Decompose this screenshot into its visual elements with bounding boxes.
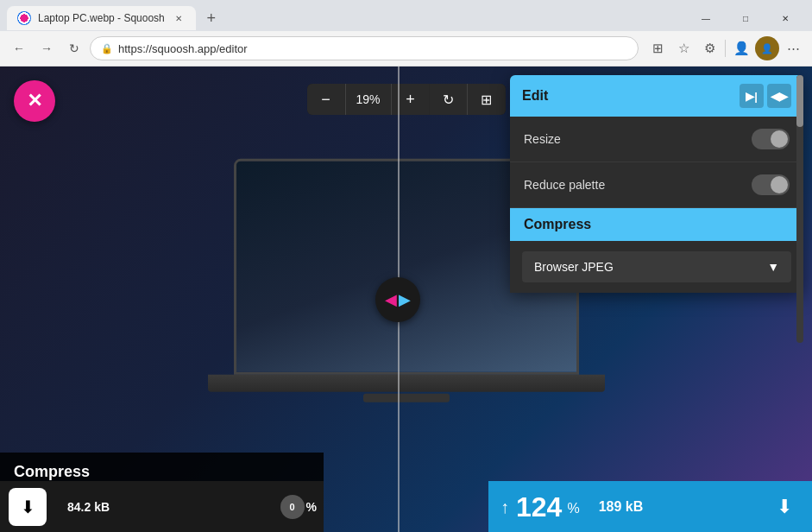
zoom-fit-button[interactable]: ⊞ bbox=[468, 84, 506, 115]
toolbar-icons: ⊞ ☆ ⚙ 👤 👤 ⋯ bbox=[645, 36, 805, 60]
close-window-button[interactable]: ✕ bbox=[765, 4, 805, 32]
resize-toggle[interactable] bbox=[752, 129, 790, 149]
download-left-button[interactable]: ⬇ bbox=[9, 488, 47, 526]
split-handle-inner: ◀ ▶ bbox=[385, 290, 411, 309]
download-right-icon: ⬇ bbox=[777, 496, 792, 518]
right-percent-value: 124 bbox=[516, 491, 562, 523]
code-view-button[interactable]: ▶| bbox=[740, 84, 764, 108]
codec-dropdown[interactable]: Browser JPEG ▼ bbox=[522, 251, 791, 282]
bottom-bar-right: ↑ 124 % 189 kB ⬇ bbox=[488, 481, 812, 532]
compare-view-button[interactable]: ◀▶ bbox=[767, 84, 791, 108]
address-input[interactable]: 🔒 https://squoosh.app/editor bbox=[90, 36, 639, 60]
minimize-button[interactable]: — bbox=[686, 4, 726, 32]
account-button[interactable]: 👤 bbox=[729, 36, 753, 60]
browser-chrome: Laptop PC.webp - Squoosh ✕ + — □ ✕ ← → ↻… bbox=[0, 0, 812, 66]
resize-label: Resize bbox=[524, 132, 561, 146]
window-controls: — □ ✕ bbox=[686, 4, 805, 32]
maximize-button[interactable]: □ bbox=[726, 4, 765, 32]
chevron-left-icon: ◀ bbox=[385, 290, 397, 309]
extensions-button[interactable]: ⚙ bbox=[697, 36, 721, 60]
edit-header: Edit ▶| ◀▶ bbox=[510, 75, 803, 117]
divider bbox=[725, 40, 726, 57]
edit-header-icons: ▶| ◀▶ bbox=[740, 84, 791, 108]
laptop-trackpad bbox=[363, 394, 450, 402]
url-text: https://squoosh.app/editor bbox=[118, 42, 248, 55]
address-bar: ← → ↻ 🔒 https://squoosh.app/editor ⊞ ☆ ⚙… bbox=[0, 31, 812, 66]
squoosh-favicon bbox=[17, 11, 31, 25]
left-percent-circle: 0 bbox=[280, 495, 305, 519]
right-panel-scrollbar[interactable] bbox=[796, 75, 803, 343]
close-button[interactable]: ✕ bbox=[14, 80, 55, 122]
tab-bar: Laptop PC.webp - Squoosh ✕ + — □ ✕ bbox=[0, 0, 812, 31]
new-tab-button[interactable]: + bbox=[199, 6, 223, 30]
profile-avatar: 👤 bbox=[755, 36, 779, 60]
compress-subheader: Compress bbox=[510, 208, 803, 241]
chevron-right-icon: ▶ bbox=[399, 290, 411, 309]
profile-button[interactable]: 👤 bbox=[755, 36, 779, 60]
right-panel: Edit ▶| ◀▶ Resize Reduce palette Compres… bbox=[510, 75, 803, 293]
tab-search-button[interactable]: ⊞ bbox=[645, 36, 670, 60]
left-file-size: 84.2 kB bbox=[55, 481, 274, 532]
app-area: ◀ ▶ ✕ − 19 % + ↻ ⊞ Compress Original Ima… bbox=[0, 66, 812, 532]
download-right-button[interactable]: ⬇ bbox=[757, 481, 812, 532]
split-handle[interactable]: ◀ ▶ bbox=[375, 277, 420, 322]
zoom-out-button[interactable]: − bbox=[306, 84, 344, 115]
zoom-value-display: 19 % bbox=[344, 84, 391, 115]
bottom-bar-left: ⬇ 84.2 kB 0 % bbox=[0, 481, 324, 532]
download-left-area: ⬇ bbox=[0, 481, 55, 532]
reduce-palette-toggle[interactable] bbox=[752, 174, 790, 195]
resize-toggle-thumb bbox=[771, 130, 788, 148]
tab-close-button[interactable]: ✕ bbox=[172, 11, 186, 25]
lock-icon: 🔒 bbox=[101, 43, 113, 54]
right-file-size: 189 kB bbox=[599, 499, 644, 515]
active-tab[interactable]: Laptop PC.webp - Squoosh ✕ bbox=[7, 6, 196, 30]
scrollbar-thumb[interactable] bbox=[796, 75, 803, 127]
back-button[interactable]: ← bbox=[7, 36, 31, 60]
left-percent-value: 0 bbox=[289, 502, 294, 512]
left-size-value: 84.2 kB bbox=[67, 500, 110, 514]
reduce-palette-toggle-thumb bbox=[771, 176, 788, 193]
right-stats-bar: ↑ 124 % 189 kB bbox=[488, 481, 757, 532]
compress-select-row: Browser JPEG ▼ bbox=[510, 241, 803, 293]
left-percent-sign: % bbox=[306, 500, 317, 514]
right-percent-sign: % bbox=[567, 501, 579, 516]
zoom-number: 19 bbox=[356, 92, 369, 106]
reduce-palette-label: Reduce palette bbox=[524, 178, 605, 192]
download-left-icon: ⬇ bbox=[21, 497, 35, 517]
edit-title: Edit bbox=[522, 88, 548, 104]
resize-row: Resize bbox=[510, 117, 803, 162]
refresh-button[interactable]: ↻ bbox=[62, 36, 86, 60]
tab-title: Laptop PC.webp - Squoosh bbox=[38, 12, 165, 24]
settings-button[interactable]: ⋯ bbox=[781, 36, 805, 60]
zoom-rotate-button[interactable]: ↻ bbox=[430, 84, 468, 115]
compress-subtitle: Compress bbox=[524, 217, 591, 231]
zoom-controls: − 19 % + ↻ ⊞ bbox=[306, 84, 505, 115]
codec-label: Browser JPEG bbox=[534, 260, 614, 274]
laptop-keyboard bbox=[208, 375, 605, 392]
reduce-palette-row: Reduce palette bbox=[510, 162, 803, 208]
forward-button[interactable]: → bbox=[35, 36, 59, 60]
zoom-percent-sign: % bbox=[369, 92, 380, 106]
collections-button[interactable]: ☆ bbox=[671, 36, 696, 60]
codec-dropdown-arrow: ▼ bbox=[767, 260, 779, 274]
left-percent-badge: 0 % bbox=[274, 481, 324, 532]
up-arrow-icon: ↑ bbox=[500, 497, 509, 517]
